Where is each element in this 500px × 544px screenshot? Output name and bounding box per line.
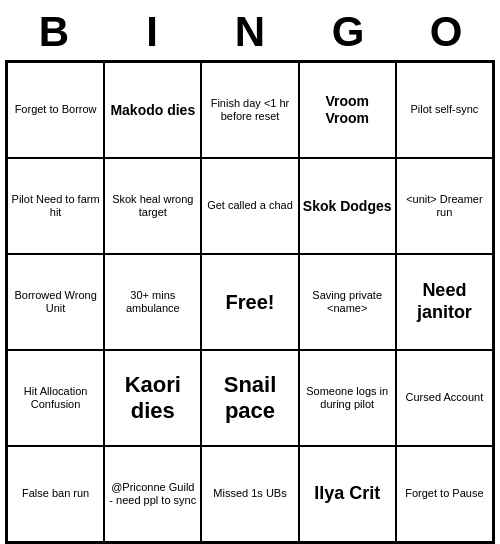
bingo-cell-10: Borrowed Wrong Unit bbox=[7, 254, 104, 350]
bingo-cell-18: Someone logs in during pilot bbox=[299, 350, 396, 446]
bingo-cell-19: Cursed Account bbox=[396, 350, 493, 446]
bingo-cell-9: <unit> Dreamer run bbox=[396, 158, 493, 254]
bingo-cell-13: Saving private <name> bbox=[299, 254, 396, 350]
bingo-cell-21: @Priconne Guild - need ppl to sync bbox=[104, 446, 201, 542]
bingo-title: B I N G O bbox=[5, 0, 495, 60]
bingo-cell-7: Get called a chad bbox=[201, 158, 298, 254]
bingo-cell-24: Forget to Pause bbox=[396, 446, 493, 542]
title-i: I bbox=[112, 8, 192, 56]
bingo-cell-23: Ilya Crit bbox=[299, 446, 396, 542]
bingo-cell-5: Pilot Need to farm hit bbox=[7, 158, 104, 254]
bingo-cell-1: Makodo dies bbox=[104, 62, 201, 158]
bingo-cell-11: 30+ mins ambulance bbox=[104, 254, 201, 350]
bingo-grid: Forget to BorrowMakodo diesFinish day <1… bbox=[5, 60, 495, 544]
title-n: N bbox=[210, 8, 290, 56]
title-b: B bbox=[14, 8, 94, 56]
bingo-cell-22: Missed 1s UBs bbox=[201, 446, 298, 542]
title-g: G bbox=[308, 8, 388, 56]
bingo-cell-17: Snail pace bbox=[201, 350, 298, 446]
bingo-cell-2: Finish day <1 hr before reset bbox=[201, 62, 298, 158]
bingo-cell-3: Vroom Vroom bbox=[299, 62, 396, 158]
bingo-cell-4: Pilot self-sync bbox=[396, 62, 493, 158]
bingo-cell-0: Forget to Borrow bbox=[7, 62, 104, 158]
title-o: O bbox=[406, 8, 486, 56]
bingo-cell-12: Free! bbox=[201, 254, 298, 350]
bingo-cell-20: False ban run bbox=[7, 446, 104, 542]
bingo-cell-6: Skok heal wrong target bbox=[104, 158, 201, 254]
bingo-cell-16: Kaori dies bbox=[104, 350, 201, 446]
bingo-cell-8: Skok Dodges bbox=[299, 158, 396, 254]
bingo-cell-14: Need janitor bbox=[396, 254, 493, 350]
bingo-cell-15: Hit Allocation Confusion bbox=[7, 350, 104, 446]
